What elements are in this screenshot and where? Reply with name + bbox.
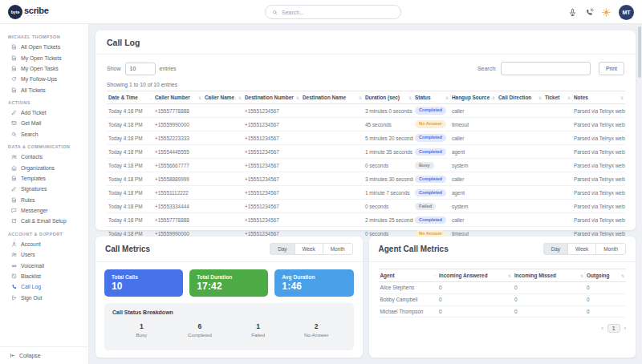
call-metrics-range-month-button[interactable]: Month (323, 243, 353, 255)
external-icon (11, 218, 17, 224)
cell-status: Completed (413, 172, 450, 186)
call-metrics-range-day-button[interactable]: Day (270, 243, 295, 255)
breakdown-stat-no-answer: 2No-Answer (287, 322, 346, 338)
sidebar-item-templates[interactable]: Templates (0, 173, 88, 184)
column-header-agent[interactable]: Agent↑ (379, 269, 438, 282)
search-icon (11, 131, 17, 137)
sidebar-item-label: Users (21, 252, 35, 257)
mail-icon (11, 120, 17, 126)
sidebar-item-label: All Open Tickets (21, 44, 60, 50)
call-log-row[interactable]: Today 4:18 PM+15557778888+155512345673 m… (107, 104, 625, 118)
sidebar-item-get-mail[interactable]: Get Mail (0, 118, 88, 128)
agent-row[interactable]: Bobby Campbell000 (379, 293, 627, 305)
sidebar-item-add-ticket[interactable]: Add Ticket (0, 107, 88, 118)
call-log-row[interactable]: Today 4:18 PM+15558889999+155512345673 m… (107, 172, 625, 186)
global-search[interactable] (265, 5, 401, 19)
cell-hangup-source: caller (450, 104, 497, 118)
column-header-call-direction[interactable]: Call Direction⇅ (497, 91, 543, 104)
scrollbar[interactable] (637, 24, 642, 364)
sidebar-item-my-follow-ups[interactable]: My Follow-Ups (0, 74, 88, 84)
main-content: Call Log Show 10 entries Search: Print S… (89, 24, 642, 364)
column-header-caller-number[interactable]: Caller Number⇅ (153, 91, 203, 104)
call-log-row[interactable]: Today 4:18 PM+15559990000+1555123456745 … (107, 118, 625, 131)
sidebar-item-organizations[interactable]: Organizations (0, 162, 88, 172)
call-metrics-header: Call Metrics DayWeekMonth (95, 237, 363, 262)
call-log-row[interactable]: Today 4:18 PM+15551112222+155512345671 m… (107, 186, 625, 200)
collapse-button[interactable]: Collapse (0, 346, 88, 364)
cell-incoming-answered: 0 (437, 293, 513, 305)
column-header-duration-sec[interactable]: Duration (sec)⇅ (364, 91, 413, 104)
column-header-caller-name[interactable]: Caller Name⇅ (203, 91, 243, 104)
cell-duration-sec: 0 seconds (364, 200, 413, 213)
breakdown-stat-label: No-Answer (287, 332, 346, 338)
phone-call-icon[interactable] (585, 8, 594, 17)
sidebar-item-sign-out[interactable]: Sign Out (0, 293, 88, 303)
column-header-destination-name[interactable]: Destination Name⇅ (301, 91, 364, 104)
column-header-status[interactable]: Status⇅ (413, 91, 450, 104)
user-avatar[interactable]: MT (619, 5, 634, 20)
cell-caller-number: +15551112222 (153, 186, 203, 200)
sidebar-item-signatures[interactable]: Signatures (0, 184, 88, 194)
column-header-hangup-source[interactable]: Hangup Source⇅ (450, 91, 497, 104)
column-header-incoming-answered[interactable]: Incoming Answered⇅ (437, 269, 513, 282)
sidebar-item-call-log[interactable]: Call Log (0, 281, 88, 292)
brand-logo[interactable]: byte scribe (8, 5, 49, 19)
global-search-input[interactable] (282, 10, 394, 15)
sidebar-item-blacklist[interactable]: Blacklist (0, 271, 88, 281)
sun-theme-icon[interactable] (602, 8, 611, 17)
cell-notes: Parsed via Telnyx webhook... (572, 131, 625, 145)
column-header-ticket[interactable]: Ticket⇅ (543, 91, 572, 104)
sort-icon: ⇅ (621, 273, 624, 277)
sidebar-item-all-tickets[interactable]: All Tickets (0, 85, 88, 95)
print-button[interactable]: Print (599, 62, 624, 75)
column-header-outgoing[interactable]: Outgoing⇅ (585, 269, 626, 282)
sidebar-item-voicemail[interactable]: Voicemail (0, 260, 88, 270)
call-log-row[interactable]: Today 4:18 PM+15554445555+155512345671 m… (107, 145, 625, 159)
call-log-row[interactable]: Today 4:18 PM+15552223333+155512345675 m… (107, 131, 625, 145)
sidebar-item-users[interactable]: Users (0, 249, 88, 260)
column-header-date-time[interactable]: Date & Time↓ (107, 91, 153, 104)
cell-destination-name (301, 145, 364, 159)
sidebar-item-messenger[interactable]: Messenger (0, 205, 88, 216)
sidebar-item-search[interactable]: Search (0, 129, 88, 140)
cell-notes: Parsed via Telnyx webhook... (572, 213, 625, 227)
search-icon (272, 10, 278, 15)
call-log-row[interactable]: Today 4:18 PM+15557778888+155512345672 m… (107, 213, 625, 227)
sidebar-item-rules[interactable]: Rules (0, 195, 88, 205)
agent-row[interactable]: Michael Thompson000 (379, 305, 627, 317)
sidebar-item-all-open-tickets[interactable]: All Open Tickets (0, 42, 88, 52)
doc-icon (11, 87, 17, 93)
cell-outgoing: 0 (585, 282, 626, 294)
sidebar-item-call-email-setup[interactable]: Call & Email Setup (0, 216, 88, 226)
agent-metrics-range-week-button[interactable]: Week (567, 243, 596, 255)
agent-next-page-button[interactable]: › (624, 326, 626, 331)
agent-page-number-button[interactable]: 1 (607, 324, 620, 333)
agent-metrics-range-month-button[interactable]: Month (595, 243, 626, 255)
call-metrics-range-week-button[interactable]: Week (295, 243, 323, 255)
agent-row[interactable]: Alice Stephens000 (379, 282, 627, 294)
sidebar-item-my-open-tasks[interactable]: My Open Tasks (0, 63, 88, 74)
breakdown-stat-label: Completed (171, 332, 230, 338)
entries-select[interactable]: 10 (125, 63, 156, 75)
sidebar-section-title: MICHAEL THOMPSON (0, 30, 88, 42)
column-header-notes[interactable]: Notes⇅ (572, 91, 625, 104)
call-log-row[interactable]: Today 4:18 PM+15556667777+155512345670 s… (107, 159, 625, 172)
sidebar-item-my-open-tickets[interactable]: My Open Tickets (0, 52, 88, 63)
agent-metrics-range-day-button[interactable]: Day (543, 243, 568, 255)
cell-call-direction (497, 104, 543, 118)
topbar: byte scribe MT (0, 0, 642, 24)
table-search-input[interactable] (501, 62, 591, 75)
sidebar-item-account[interactable]: Account (0, 239, 88, 249)
agent-previous-page-button[interactable]: ‹ (601, 326, 603, 331)
metric-tile-label: Total Calls (112, 274, 176, 280)
metric-tile-value: 10 (112, 281, 176, 292)
sidebar-item-contacts[interactable]: Contacts (0, 152, 88, 162)
metric-tile-value: 1:46 (282, 281, 346, 292)
status-badge: No Answer (415, 120, 446, 127)
call-log-row[interactable]: Today 4:18 PM+15553334444+155512345670 s… (107, 200, 625, 213)
sort-icon: ⇅ (445, 95, 449, 99)
microphone-icon[interactable] (568, 8, 577, 17)
column-header-destination-number[interactable]: Destination Number⇅ (243, 91, 301, 104)
scrollbar-thumb[interactable] (638, 26, 641, 78)
column-header-incoming-missed[interactable]: Incoming Missed⇅ (513, 269, 585, 282)
